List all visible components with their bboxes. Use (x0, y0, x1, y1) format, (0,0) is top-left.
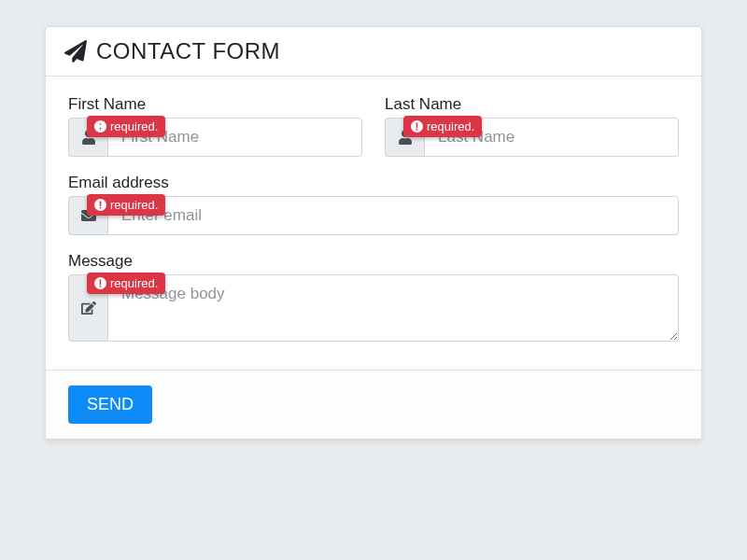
name-row: First Name required. Last Name (68, 95, 679, 157)
svg-rect-8 (100, 279, 102, 285)
required-badge: required. (87, 116, 165, 137)
email-group: Email address required. (68, 174, 679, 235)
svg-rect-2 (416, 122, 418, 128)
first-name-group: First Name required. (68, 95, 362, 157)
exclamation-circle-icon (94, 277, 106, 289)
email-input[interactable] (107, 196, 679, 235)
email-label: Email address (68, 174, 679, 192)
contact-form-card: CONTACT FORM First Name required. (45, 26, 702, 440)
exclamation-circle-icon (94, 120, 106, 133)
first-name-label: First Name (68, 95, 362, 114)
required-text: required. (110, 198, 158, 212)
required-badge: required. (87, 273, 165, 294)
svg-rect-3 (416, 129, 418, 131)
last-name-group: Last Name required. (385, 95, 679, 157)
svg-rect-6 (100, 207, 102, 209)
card-header: CONTACT FORM (46, 27, 701, 77)
required-badge: required. (87, 194, 165, 216)
svg-rect-9 (100, 286, 102, 287)
required-text: required. (110, 276, 158, 290)
required-text: required. (110, 119, 158, 133)
message-textarea[interactable] (107, 274, 679, 342)
card-footer: SEND (46, 370, 701, 439)
exclamation-circle-icon (411, 120, 423, 133)
paper-plane-icon (64, 40, 87, 63)
message-group: Message required. (68, 252, 679, 342)
form-title: CONTACT FORM (96, 38, 280, 64)
send-button[interactable]: SEND (68, 385, 152, 424)
card-body: First Name required. Last Name (46, 77, 701, 370)
required-badge: required. (403, 116, 482, 137)
last-name-label: Last Name (385, 95, 679, 114)
message-label: Message (68, 252, 679, 271)
required-text: required. (427, 119, 474, 133)
svg-rect-5 (100, 201, 102, 206)
exclamation-circle-icon (94, 199, 106, 211)
